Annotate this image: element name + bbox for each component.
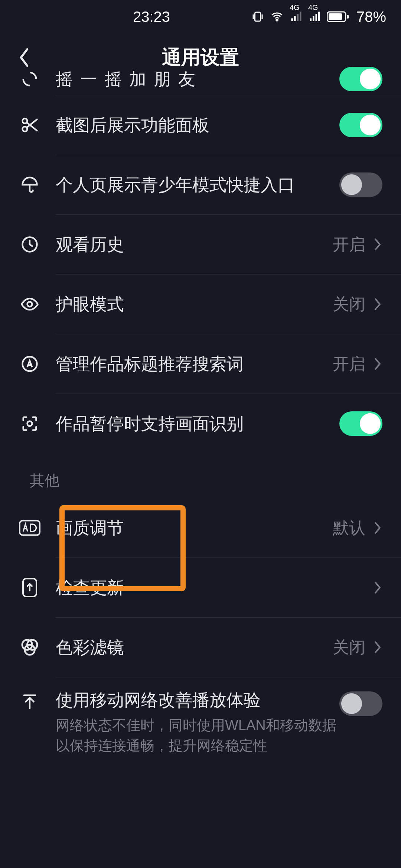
status-icons: 4G 4G 78%: [251, 9, 386, 25]
row-history[interactable]: 观看历史 开启: [0, 215, 401, 274]
svg-point-8: [27, 302, 32, 307]
clock-icon: [19, 235, 41, 254]
row-pause-detection[interactable]: 作品暂停时支持画面识别: [0, 394, 401, 453]
row-shake-add-friends[interactable]: 摇一摇加朋友: [0, 63, 401, 95]
chevron-right-icon: [373, 640, 382, 655]
svg-point-1: [276, 19, 278, 21]
row-check-update[interactable]: 检查更新: [0, 558, 401, 617]
row-title-search[interactable]: 管理作品标题推荐搜索词 开启: [0, 334, 401, 394]
status-bar: 23:23 4G 4G 78%: [0, 0, 401, 33]
row-label: 作品暂停时支持画面识别: [56, 412, 339, 435]
row-label: 摇一摇加朋友: [56, 68, 339, 91]
wifi-icon: [270, 10, 284, 23]
row-screenshot-panel[interactable]: 截图后展示功能面板: [0, 95, 401, 155]
battery-percent: 78%: [356, 9, 386, 25]
umbrella-icon: [19, 175, 41, 194]
toggle-screenshot-panel[interactable]: [339, 113, 382, 137]
row-label: 护眼模式: [56, 293, 333, 316]
eye-icon: [19, 295, 41, 314]
upload-icon: [19, 693, 41, 712]
vibrate-icon: [251, 10, 264, 23]
row-label: 截图后展示功能面板: [56, 114, 339, 137]
toggle-mobile-network[interactable]: [339, 691, 382, 716]
a-circle-icon: [19, 354, 41, 374]
row-eye-protection[interactable]: 护眼模式 关闭: [0, 274, 401, 334]
svg-rect-3: [329, 13, 342, 20]
row-subtext: 网络状态不佳时，同时使用WLAN和移动数据以保持连接通畅，提升网络稳定性: [56, 715, 339, 756]
row-label: 画质调节: [56, 516, 333, 539]
row-label: 管理作品标题推荐搜索词: [56, 352, 333, 375]
row-color-filter[interactable]: 色彩滤镜 关闭: [0, 618, 401, 677]
status-time: 23:23: [0, 9, 251, 25]
chevron-right-icon: [373, 356, 382, 371]
row-value: 关闭: [333, 637, 365, 658]
color-circles-icon: [19, 637, 41, 657]
row-mobile-network-improve[interactable]: 使用移动网络改善播放体验 网络状态不佳时，同时使用WLAN和移动数据以保持连接通…: [0, 677, 401, 771]
row-label: 使用移动网络改善播放体验: [56, 688, 339, 711]
row-value: 开启: [333, 234, 365, 256]
row-label: 检查更新: [56, 576, 373, 599]
row-youth-shortcut[interactable]: 个人页展示青少年模式快捷入口: [0, 155, 401, 214]
row-value: 关闭: [333, 293, 365, 315]
svg-point-10: [27, 421, 32, 426]
signal-2-icon: 4G: [308, 10, 322, 23]
toggle-youth-shortcut[interactable]: [339, 172, 382, 197]
row-label: 色彩滤镜: [56, 636, 333, 659]
row-value: 默认: [333, 517, 365, 539]
scan-icon: [19, 414, 41, 433]
row-label: 观看历史: [56, 233, 333, 256]
row-quality[interactable]: 画质调节 默认: [0, 498, 401, 558]
shake-icon: [19, 69, 41, 89]
chevron-right-icon: [373, 237, 382, 252]
battery-icon: [327, 11, 349, 23]
chevron-right-icon: [373, 520, 382, 535]
toggle-pause-detection[interactable]: [339, 411, 382, 436]
row-label: 个人页展示青少年模式快捷入口: [56, 173, 339, 196]
scissors-icon: [19, 115, 41, 135]
svg-rect-0: [255, 12, 260, 21]
signal-1-icon: 4G: [290, 10, 303, 23]
svg-rect-4: [347, 15, 349, 19]
chevron-right-icon: [373, 580, 382, 595]
row-value: 开启: [333, 353, 365, 375]
update-icon: [19, 577, 41, 598]
toggle-shake[interactable]: [339, 67, 382, 91]
chevron-right-icon: [373, 297, 382, 312]
settings-list: 摇一摇加朋友 截图后展示功能面板 个人页展示青少年模式快捷入口 观看历史: [0, 63, 401, 771]
ad-icon: [19, 520, 41, 536]
section-header-other: 其他: [0, 453, 401, 498]
